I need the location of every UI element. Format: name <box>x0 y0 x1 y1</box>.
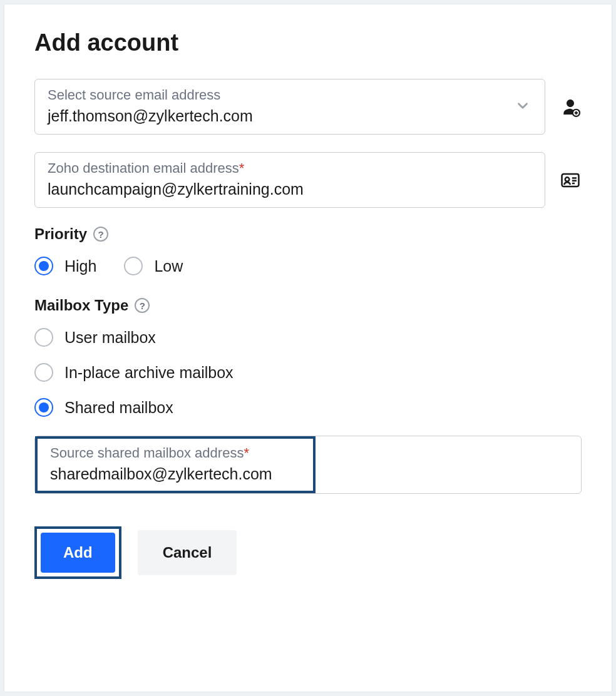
mailbox-user-radio[interactable]: User mailbox <box>34 328 582 347</box>
priority-low-label: Low <box>154 257 183 275</box>
mailbox-type-options: User mailbox In-place archive mailbox Sh… <box>34 328 582 417</box>
chevron-down-icon <box>515 98 531 116</box>
address-card-icon[interactable] <box>559 170 582 191</box>
shared-mailbox-input[interactable] <box>50 465 300 483</box>
page-title: Add account <box>34 29 582 56</box>
source-email-label: Select source email address <box>48 87 532 103</box>
priority-high-radio[interactable]: High <box>34 257 96 275</box>
help-icon[interactable]: ? <box>93 227 108 242</box>
help-icon[interactable]: ? <box>135 298 150 313</box>
mailbox-user-label: User mailbox <box>64 329 156 347</box>
mailbox-archive-radio[interactable]: In-place archive mailbox <box>34 363 582 382</box>
mailbox-archive-label: In-place archive mailbox <box>64 364 234 382</box>
add-button-highlight: Add <box>34 526 121 579</box>
add-account-panel: Add account Select source email address … <box>4 4 612 692</box>
source-email-value: jeff.thomson@zylkertech.com <box>48 107 532 125</box>
shared-mailbox-label: Source shared mailbox address* <box>50 445 300 461</box>
source-email-select[interactable]: Select source email address jeff.thomson… <box>34 79 545 135</box>
required-asterisk: * <box>239 160 245 176</box>
shared-mailbox-highlight: Source shared mailbox address* <box>35 436 316 493</box>
required-asterisk: * <box>244 445 249 461</box>
add-user-icon[interactable] <box>559 97 582 117</box>
priority-section-label: Priority ? <box>34 225 582 243</box>
action-buttons: Add Cancel <box>34 526 582 579</box>
shared-mailbox-field[interactable]: Source shared mailbox address* <box>34 436 582 494</box>
cancel-button[interactable]: Cancel <box>138 530 237 575</box>
destination-email-row: Zoho destination email address* <box>34 152 582 208</box>
source-email-row: Select source email address jeff.thomson… <box>34 79 582 135</box>
destination-email-field[interactable]: Zoho destination email address* <box>34 152 545 208</box>
add-button[interactable]: Add <box>41 533 115 573</box>
mailbox-shared-radio[interactable]: Shared mailbox <box>34 398 582 417</box>
priority-high-label: High <box>64 257 96 275</box>
priority-options: High Low <box>34 257 582 275</box>
mailbox-type-section-label: Mailbox Type ? <box>34 297 582 314</box>
svg-point-4 <box>565 177 570 182</box>
destination-email-input[interactable] <box>48 180 532 198</box>
mailbox-shared-label: Shared mailbox <box>64 399 173 417</box>
destination-email-label: Zoho destination email address* <box>48 160 532 177</box>
shared-mailbox-row: Source shared mailbox address* <box>34 436 582 494</box>
priority-low-radio[interactable]: Low <box>124 257 183 275</box>
